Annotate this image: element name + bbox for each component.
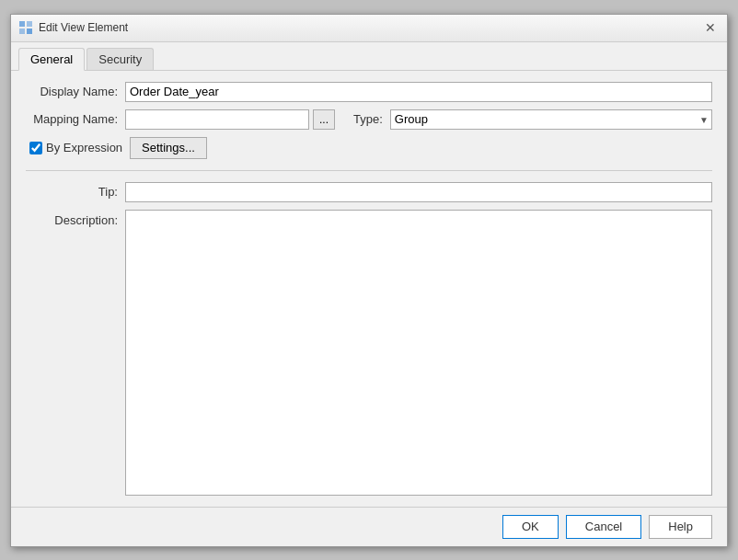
dialog-footer: OK Cancel Help	[11, 507, 727, 546]
title-bar: Edit View Element ✕	[11, 15, 727, 42]
type-select-wrapper: Group Attribute Measure Hierarchy ▼	[390, 109, 712, 130]
tabs-bar: General Security	[11, 42, 727, 71]
mapping-name-row: Mapping Name: ... Type: Group Attribute …	[26, 109, 712, 130]
svg-rect-1	[27, 21, 32, 27]
by-expression-label[interactable]: By Expression	[29, 141, 122, 154]
svg-rect-2	[19, 29, 25, 34]
display-name-row: Display Name:	[26, 82, 712, 102]
dialog-content: Display Name: Mapping Name: ... Type: Gr…	[11, 71, 727, 507]
tab-general[interactable]: General	[18, 48, 85, 71]
type-select[interactable]: Group Attribute Measure Hierarchy	[390, 109, 712, 130]
divider	[26, 170, 712, 171]
mapping-name-label: Mapping Name:	[26, 112, 118, 126]
by-expression-text: By Expression	[46, 141, 122, 154]
title-bar-left: Edit View Element	[18, 20, 128, 35]
settings-button[interactable]: Settings...	[130, 137, 207, 159]
description-row: Description:	[26, 210, 712, 496]
close-button[interactable]: ✕	[701, 18, 720, 37]
by-expression-checkbox[interactable]	[29, 142, 42, 154]
ok-button[interactable]: OK	[502, 515, 559, 539]
help-button[interactable]: Help	[649, 515, 712, 539]
display-name-input[interactable]	[125, 82, 712, 102]
type-label: Type:	[353, 112, 383, 126]
dialog-title: Edit View Element	[39, 21, 128, 34]
svg-rect-0	[19, 21, 25, 27]
tip-label: Tip:	[26, 185, 118, 199]
description-label: Description:	[26, 210, 118, 227]
tab-security[interactable]: Security	[86, 48, 154, 70]
tip-input[interactable]	[125, 182, 712, 202]
display-name-label: Display Name:	[26, 85, 118, 98]
tip-row: Tip:	[26, 182, 712, 202]
mapping-browse-button[interactable]: ...	[313, 109, 335, 130]
expression-row: By Expression Settings...	[26, 137, 712, 159]
cancel-button[interactable]: Cancel	[566, 515, 641, 539]
app-icon	[18, 20, 33, 35]
mapping-name-input[interactable]	[125, 109, 309, 130]
dialog: Edit View Element ✕ General Security Dis…	[10, 14, 728, 547]
svg-rect-3	[27, 29, 32, 34]
mapping-input-group: ...	[125, 109, 335, 130]
description-textarea[interactable]	[125, 210, 712, 496]
